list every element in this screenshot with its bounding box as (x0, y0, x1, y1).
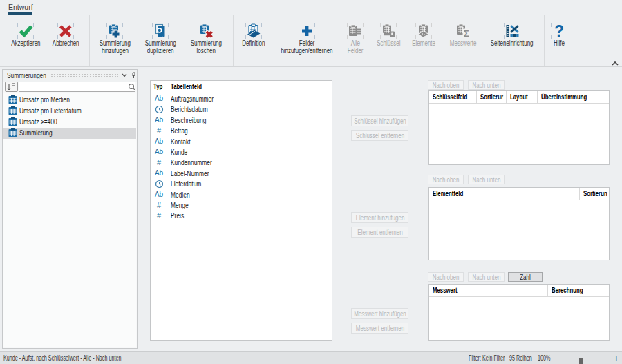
svg-text:?: ? (554, 23, 564, 39)
svg-text:Σ: Σ (464, 28, 469, 39)
